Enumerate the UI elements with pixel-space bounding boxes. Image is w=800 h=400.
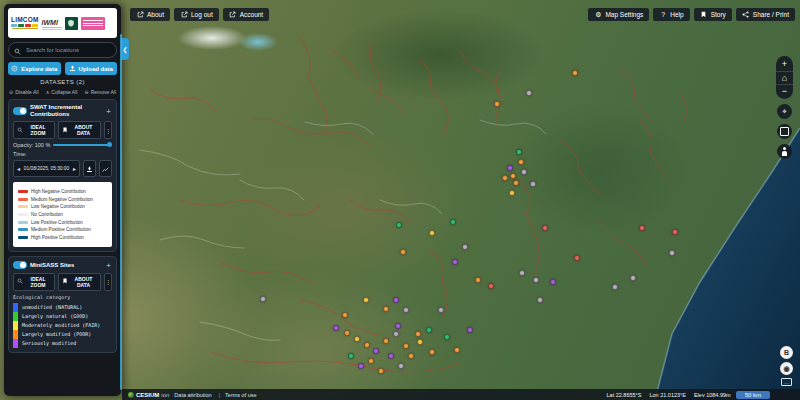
map-marker[interactable] bbox=[426, 327, 432, 333]
geolocate-button[interactable]: ⌖ bbox=[777, 104, 792, 119]
map-marker[interactable] bbox=[450, 219, 456, 225]
explore-data-button[interactable]: Explore data bbox=[8, 62, 61, 75]
datasets-action-remove-all[interactable]: ⊖Remove All bbox=[85, 89, 117, 95]
search-input[interactable] bbox=[24, 46, 111, 54]
pedestrian-view-button[interactable] bbox=[777, 144, 792, 159]
map-marker[interactable] bbox=[344, 330, 350, 336]
map-marker[interactable] bbox=[364, 342, 370, 348]
export-time-button[interactable] bbox=[83, 160, 96, 177]
map-marker[interactable] bbox=[383, 338, 389, 344]
map-marker[interactable] bbox=[429, 230, 435, 236]
map-marker[interactable] bbox=[373, 348, 379, 354]
map-marker[interactable] bbox=[462, 244, 468, 250]
dataset-expand-button[interactable]: + bbox=[105, 261, 112, 270]
ideal-zoom-button[interactable]: IDEAL ZOOM bbox=[13, 121, 55, 139]
map-marker[interactable] bbox=[378, 368, 384, 374]
map-marker[interactable] bbox=[363, 297, 369, 303]
map-marker[interactable] bbox=[519, 270, 525, 276]
map-marker[interactable] bbox=[403, 307, 409, 313]
map-marker[interactable] bbox=[429, 349, 435, 355]
map-credit-button[interactable]: ◉ bbox=[780, 362, 793, 375]
feedback-button[interactable]: … bbox=[781, 378, 792, 386]
zoom-out-button[interactable]: − bbox=[776, 84, 793, 97]
map-marker[interactable] bbox=[383, 306, 389, 312]
topbar-button-help[interactable]: ?Help bbox=[653, 8, 689, 21]
fullscreen-button[interactable] bbox=[777, 124, 792, 139]
scale-indicator[interactable]: 50 km bbox=[736, 391, 770, 399]
topbar-button-map-settings[interactable]: ⚙Map Settings bbox=[588, 8, 649, 21]
home-button[interactable]: ⌂ bbox=[776, 71, 793, 84]
timeseries-chart-button[interactable] bbox=[99, 160, 112, 177]
opacity-slider[interactable] bbox=[53, 144, 112, 146]
map-marker[interactable] bbox=[530, 181, 536, 187]
map-marker[interactable] bbox=[333, 325, 339, 331]
map-marker[interactable] bbox=[516, 149, 522, 155]
map-marker[interactable] bbox=[444, 334, 450, 340]
map-marker[interactable] bbox=[494, 101, 500, 107]
map-marker[interactable] bbox=[513, 180, 519, 186]
map-marker[interactable] bbox=[395, 323, 401, 329]
zoom-in-button[interactable]: + bbox=[776, 58, 793, 71]
map-marker[interactable] bbox=[454, 347, 460, 353]
about-data-button[interactable]: ABOUT DATA bbox=[58, 273, 101, 291]
dataset-menu-button[interactable]: ⋮ bbox=[104, 273, 112, 291]
data-attribution-link[interactable]: Data attribution bbox=[174, 392, 213, 398]
dataset-menu-button[interactable]: ⋮ bbox=[104, 121, 112, 139]
map-marker[interactable] bbox=[518, 159, 524, 165]
map-marker[interactable] bbox=[393, 331, 399, 337]
ideal-zoom-button[interactable]: IDEAL ZOOM bbox=[13, 273, 55, 291]
map-marker[interactable] bbox=[574, 255, 580, 261]
dataset-toggle[interactable] bbox=[13, 107, 27, 115]
map-marker[interactable] bbox=[438, 307, 444, 313]
map-marker[interactable] bbox=[358, 363, 364, 369]
basemap-attribution-button[interactable]: B bbox=[780, 346, 793, 359]
map-marker[interactable] bbox=[550, 279, 556, 285]
topbar-button-share-print[interactable]: Share / Print bbox=[736, 8, 795, 21]
terms-of-use-link[interactable]: Terms of use bbox=[225, 392, 258, 398]
map-marker[interactable] bbox=[537, 297, 543, 303]
topbar-button-story[interactable]: Story bbox=[694, 8, 732, 21]
sidebar-collapse-button[interactable]: ❮ bbox=[121, 38, 129, 60]
map-marker[interactable] bbox=[467, 327, 473, 333]
datasets-action-collapse-all[interactable]: ∧Collapse All bbox=[46, 89, 78, 95]
map-marker[interactable] bbox=[388, 353, 394, 359]
topbar-button-account[interactable]: Account bbox=[223, 8, 270, 21]
map-marker[interactable] bbox=[510, 173, 516, 179]
map-marker[interactable] bbox=[354, 336, 360, 342]
map-marker[interactable] bbox=[572, 70, 578, 76]
map-marker[interactable] bbox=[533, 277, 539, 283]
time-step-back-button[interactable]: ◂ bbox=[14, 165, 23, 172]
map-marker[interactable] bbox=[630, 275, 636, 281]
map-marker[interactable] bbox=[368, 358, 374, 364]
map-marker[interactable] bbox=[612, 284, 618, 290]
map-marker[interactable] bbox=[542, 225, 548, 231]
map-marker[interactable] bbox=[260, 296, 266, 302]
map-marker[interactable] bbox=[509, 190, 515, 196]
map-marker[interactable] bbox=[408, 353, 414, 359]
map-marker[interactable] bbox=[502, 175, 508, 181]
map-marker[interactable] bbox=[507, 165, 513, 171]
map-marker[interactable] bbox=[417, 339, 423, 345]
map-marker[interactable] bbox=[639, 225, 645, 231]
map-marker[interactable] bbox=[342, 312, 348, 318]
map-marker[interactable] bbox=[398, 363, 404, 369]
cesium-logo[interactable]: CESIUM ion bbox=[128, 392, 169, 398]
time-step-forward-button[interactable]: ▸ bbox=[70, 165, 79, 172]
map-marker[interactable] bbox=[521, 169, 527, 175]
map-marker[interactable] bbox=[415, 331, 421, 337]
topbar-button-about[interactable]: About bbox=[130, 8, 170, 21]
map-marker[interactable] bbox=[348, 353, 354, 359]
map-marker[interactable] bbox=[452, 259, 458, 265]
dataset-toggle[interactable] bbox=[13, 261, 27, 269]
map-marker[interactable] bbox=[488, 283, 494, 289]
map-marker[interactable] bbox=[403, 343, 409, 349]
map-marker[interactable] bbox=[475, 277, 481, 283]
about-data-button[interactable]: ABOUT DATA bbox=[58, 121, 101, 139]
map-marker[interactable] bbox=[526, 90, 532, 96]
map-marker[interactable] bbox=[396, 222, 402, 228]
map-marker[interactable] bbox=[393, 297, 399, 303]
map-marker[interactable] bbox=[672, 229, 678, 235]
datasets-action-disable-all[interactable]: ⊘Disable All bbox=[9, 89, 39, 95]
map-marker[interactable] bbox=[400, 249, 406, 255]
dataset-expand-button[interactable]: + bbox=[105, 107, 112, 116]
